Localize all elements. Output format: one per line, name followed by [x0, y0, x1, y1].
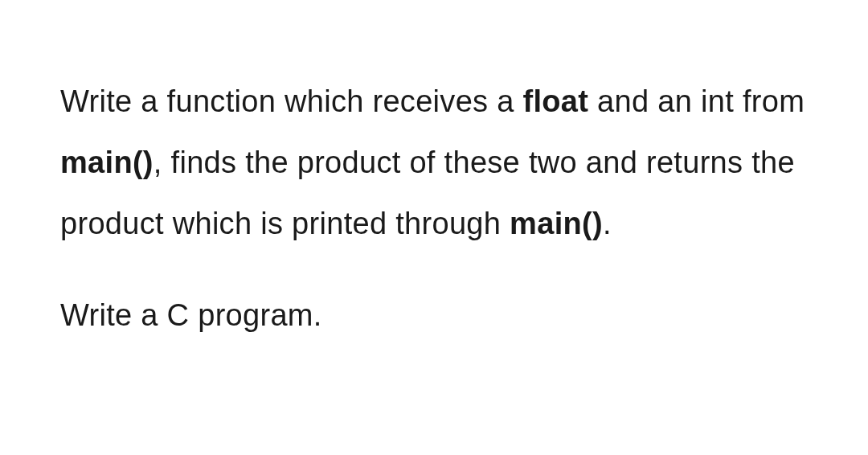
bold-float: float — [523, 84, 589, 118]
paragraph-1: Write a function which receives a float … — [60, 71, 808, 254]
paragraph-2: Write a C program. — [60, 285, 808, 346]
text-segment: , finds the product of these two and ret… — [60, 146, 795, 240]
text-segment: . — [603, 207, 612, 240]
text-segment: and an int from — [588, 84, 805, 118]
text-segment: Write a function which receives a — [60, 84, 523, 118]
bold-main-2: main() — [510, 207, 603, 240]
bold-main-1: main() — [60, 146, 154, 179]
